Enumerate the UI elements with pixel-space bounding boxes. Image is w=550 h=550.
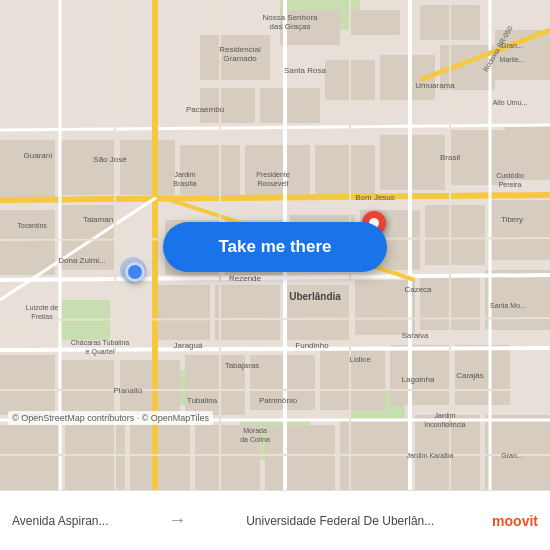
route-arrow-icon: → xyxy=(168,510,186,531)
svg-text:Chácaras Tubalina: Chácaras Tubalina xyxy=(71,339,129,346)
svg-text:Pereira: Pereira xyxy=(499,181,522,188)
svg-rect-33 xyxy=(155,285,210,340)
svg-text:Jardim: Jardim xyxy=(174,171,195,178)
svg-text:Planalto: Planalto xyxy=(114,386,143,395)
svg-text:Tabajaras: Tabajaras xyxy=(225,361,260,370)
svg-rect-19 xyxy=(180,145,240,195)
svg-rect-38 xyxy=(485,270,550,330)
svg-text:Cazeca: Cazeca xyxy=(404,285,432,294)
svg-text:Residencial: Residencial xyxy=(219,45,261,54)
svg-text:Inconfidência: Inconfidência xyxy=(424,421,465,428)
svg-text:Lídice: Lídice xyxy=(349,355,371,364)
svg-text:Fundinho: Fundinho xyxy=(295,341,329,350)
svg-text:Jardim Karalba: Jardim Karalba xyxy=(406,452,453,459)
svg-text:da Colina: da Colina xyxy=(240,436,270,443)
svg-text:Saraiva: Saraiva xyxy=(401,331,429,340)
svg-text:Guaraní: Guaraní xyxy=(24,151,54,160)
svg-text:Tocantins: Tocantins xyxy=(17,222,47,229)
svg-rect-18 xyxy=(120,140,175,195)
svg-text:Gran...: Gran... xyxy=(501,42,522,49)
svg-rect-11 xyxy=(260,88,320,123)
svg-text:Presidente: Presidente xyxy=(256,171,290,178)
svg-text:Lagoinha: Lagoinha xyxy=(402,375,435,384)
svg-rect-51 xyxy=(265,425,335,490)
route-from-label: Avenida Aspiran... xyxy=(12,514,109,528)
svg-text:das Graças: das Graças xyxy=(270,22,311,31)
svg-text:Umuarama: Umuarama xyxy=(415,81,455,90)
svg-text:Santa Rosa: Santa Rosa xyxy=(284,66,326,75)
svg-text:Nossa Senhora: Nossa Senhora xyxy=(262,13,318,22)
svg-text:Brasil: Brasil xyxy=(440,153,460,162)
svg-text:Uberlândia: Uberlândia xyxy=(289,291,341,302)
svg-rect-47 xyxy=(0,425,60,490)
svg-rect-34 xyxy=(215,285,280,340)
svg-text:Rezende: Rezende xyxy=(229,274,262,283)
svg-rect-21 xyxy=(315,145,375,195)
svg-rect-40 xyxy=(60,360,115,415)
svg-text:Bom Jesus: Bom Jesus xyxy=(355,193,395,202)
svg-line-57 xyxy=(0,348,550,350)
svg-rect-25 xyxy=(0,210,55,275)
svg-rect-39 xyxy=(0,355,55,415)
svg-rect-31 xyxy=(425,205,485,265)
svg-rect-22 xyxy=(380,135,445,190)
svg-rect-32 xyxy=(490,200,550,260)
svg-text:e Quartel: e Quartel xyxy=(86,348,115,356)
svg-text:Dona Zulmi...: Dona Zulmi... xyxy=(58,256,106,265)
svg-text:Marile...: Marile... xyxy=(500,56,525,63)
svg-text:Gramado: Gramado xyxy=(223,54,257,63)
svg-text:Tibery: Tibery xyxy=(501,215,523,224)
svg-text:Brasília: Brasília xyxy=(173,180,196,187)
svg-text:Santa Mo...: Santa Mo... xyxy=(490,302,526,309)
svg-text:Jaraguá: Jaraguá xyxy=(174,341,203,350)
svg-text:Jardim: Jardim xyxy=(434,412,455,419)
svg-text:Freitas: Freitas xyxy=(31,313,53,320)
moovit-logo: moovit xyxy=(492,513,538,529)
svg-text:Tubalina: Tubalina xyxy=(187,396,218,405)
svg-text:Custódio: Custódio xyxy=(496,172,524,179)
svg-rect-16 xyxy=(0,140,55,200)
svg-text:São José: São José xyxy=(93,155,127,164)
svg-rect-17 xyxy=(60,140,115,195)
map-attribution: © OpenStreetMap contributors · © OpenMap… xyxy=(8,411,213,425)
svg-text:Roosevelt: Roosevelt xyxy=(257,180,288,187)
svg-rect-50 xyxy=(195,425,260,490)
take-me-there-button[interactable]: Take me there xyxy=(163,222,387,272)
svg-text:Taiaman: Taiaman xyxy=(83,215,113,224)
route-to-label: Universidade Federal De Uberlân... xyxy=(246,514,434,528)
svg-text:Alto Umu...: Alto Umu... xyxy=(493,99,528,106)
origin-marker xyxy=(125,262,145,282)
svg-rect-8 xyxy=(350,10,400,35)
svg-text:Morada: Morada xyxy=(243,427,267,434)
svg-rect-49 xyxy=(130,425,190,490)
svg-text:Gran...: Gran... xyxy=(501,452,522,459)
svg-text:Pacaembú: Pacaembú xyxy=(186,105,224,114)
svg-text:Carajás: Carajás xyxy=(456,371,484,380)
route-bar: Avenida Aspiran... → Universidade Federa… xyxy=(0,490,550,550)
svg-rect-20 xyxy=(245,145,310,195)
svg-text:Luizote de: Luizote de xyxy=(26,304,58,311)
svg-text:Patrimônio: Patrimônio xyxy=(259,396,298,405)
